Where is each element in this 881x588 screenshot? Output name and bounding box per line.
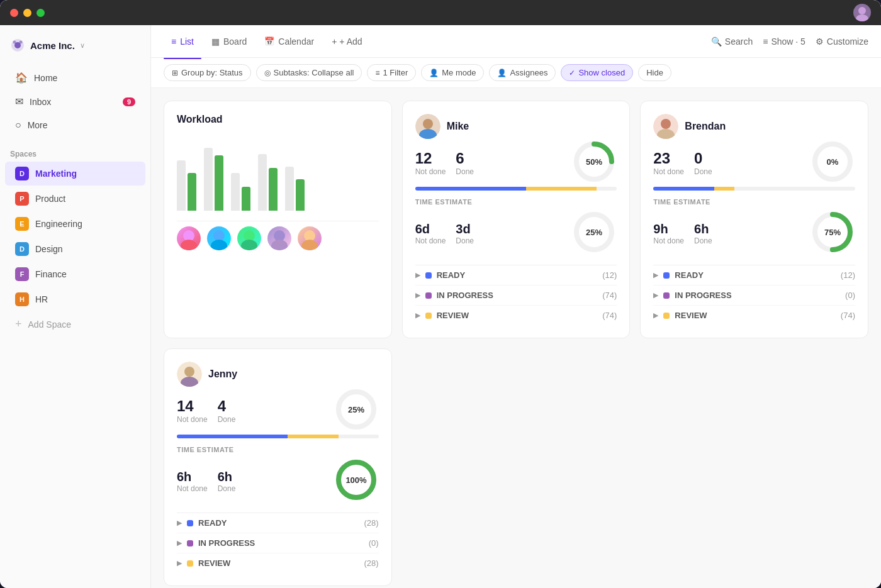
sidebar-item-design[interactable]: D Design bbox=[5, 237, 145, 261]
search-button[interactable]: 🔍 Search bbox=[711, 36, 753, 47]
brendan-name: Brendan bbox=[685, 121, 726, 132]
logo[interactable]: Acme Inc. ∨ bbox=[0, 30, 150, 60]
mike-time-donut: 25% bbox=[571, 209, 617, 257]
filter-label: Me mode bbox=[442, 68, 476, 77]
me-mode-filter[interactable]: 👤 Me mode bbox=[421, 64, 484, 81]
jenny-card: Jenny 14 Not done 4 Done bbox=[164, 348, 392, 586]
hide-filter[interactable]: Hide bbox=[638, 64, 671, 81]
jenny-not-done: 14 Not done bbox=[177, 397, 208, 424]
jenny-time-not-done: 6h Not done bbox=[177, 470, 208, 493]
jenny-donut-svg: 25% bbox=[334, 387, 379, 432]
mike-status-review[interactable]: ▶ REVIEW (74) bbox=[415, 306, 617, 325]
show-button[interactable]: ≡ Show · 5 bbox=[763, 36, 805, 47]
board-tab-icon: ▦ bbox=[211, 36, 220, 47]
jenny-time-done: 6h Done bbox=[218, 470, 236, 493]
traffic-lights bbox=[10, 9, 45, 17]
add-icon: + bbox=[332, 36, 337, 47]
filter-bar: ⊞ Group by: Status ◎ Subtasks: Collapse … bbox=[151, 58, 881, 88]
brendan-time-done-val: 6h bbox=[694, 222, 712, 236]
logo-text: Acme Inc. bbox=[30, 40, 75, 51]
fullscreen-button[interactable] bbox=[36, 9, 45, 17]
subtasks-filter[interactable]: ◎ Subtasks: Collapse all bbox=[256, 64, 362, 81]
jenny-not-done-value: 14 bbox=[177, 397, 208, 415]
mike-done-label: Done bbox=[456, 167, 474, 176]
jenny-status-ready[interactable]: ▶ READY (28) bbox=[177, 513, 379, 533]
in-progress-count: (0) bbox=[845, 291, 855, 300]
sidebar-item-product[interactable]: P Product bbox=[5, 187, 145, 211]
svg-point-17 bbox=[423, 119, 433, 129]
brendan-time-done: 6h Done bbox=[694, 222, 712, 245]
jenny-avatar bbox=[177, 362, 202, 387]
avatar-4 bbox=[267, 226, 291, 250]
bar-group-4 bbox=[258, 154, 278, 211]
avatar-row bbox=[177, 221, 379, 250]
svg-text:100%: 100% bbox=[345, 475, 367, 485]
review-chevron-icon: ▶ bbox=[415, 311, 420, 319]
jenny-status-in-progress[interactable]: ▶ IN PROGRESS (0) bbox=[177, 533, 379, 553]
brendan-status-in-progress[interactable]: ▶ IN PROGRESS (0) bbox=[653, 286, 855, 306]
list-tab-icon: ≡ bbox=[171, 36, 176, 47]
tab-calendar[interactable]: 📅 Calendar bbox=[257, 33, 322, 50]
mike-pb-blue bbox=[415, 187, 526, 191]
assignees-icon: 👤 bbox=[497, 69, 507, 77]
user-avatar[interactable] bbox=[853, 4, 871, 21]
mike-time-done-lbl: Done bbox=[456, 236, 474, 245]
sidebar-item-marketing[interactable]: D Marketing bbox=[5, 162, 145, 186]
brendan-done-label: Done bbox=[694, 167, 712, 176]
assignees-filter[interactable]: 👤 Assignees bbox=[489, 64, 556, 81]
brendan-donut: 0% bbox=[810, 139, 855, 187]
brendan-stats: 23 Not done 0 Done 0% bbox=[653, 139, 855, 187]
sidebar-item-inbox[interactable]: ✉ Inbox 9 bbox=[5, 90, 145, 113]
ready-count: (12) bbox=[602, 270, 617, 280]
review-chevron-icon: ▶ bbox=[653, 311, 658, 319]
brendan-time-donut: 75% bbox=[810, 209, 855, 257]
bar-gray bbox=[231, 173, 240, 211]
app-body: Acme Inc. ∨ 🏠 Home ✉ Inbox 9 ○ More Sp bbox=[0, 25, 881, 588]
add-label: + Add bbox=[339, 36, 362, 47]
tab-label: List bbox=[180, 36, 194, 47]
workload-card: Workload bbox=[164, 101, 392, 338]
svg-text:50%: 50% bbox=[586, 157, 602, 167]
jenny-pb-blue bbox=[177, 435, 288, 438]
review-count: (74) bbox=[841, 311, 855, 320]
brendan-status-review[interactable]: ▶ REVIEW (74) bbox=[653, 306, 855, 325]
filter-button[interactable]: ≡ 1 Filter bbox=[367, 64, 416, 81]
sidebar-item-finance[interactable]: F Finance bbox=[5, 262, 145, 286]
mike-status-in-progress[interactable]: ▶ IN PROGRESS (74) bbox=[415, 286, 617, 306]
brendan-done: 0 Done bbox=[694, 150, 712, 176]
add-button[interactable]: + + Add bbox=[324, 33, 369, 50]
mike-status-ready[interactable]: ▶ READY (12) bbox=[415, 265, 617, 286]
customize-button[interactable]: ⚙ Customize bbox=[816, 36, 868, 47]
tab-list[interactable]: ≡ List bbox=[164, 33, 201, 50]
brendan-status-ready[interactable]: ▶ READY (12) bbox=[653, 265, 855, 286]
jenny-status-review[interactable]: ▶ REVIEW (28) bbox=[177, 553, 379, 573]
minimize-button[interactable] bbox=[23, 9, 31, 17]
sidebar-item-more[interactable]: ○ More bbox=[5, 114, 145, 136]
in-progress-label: IN PROGRESS bbox=[675, 291, 840, 300]
top-nav-right: 🔍 Search ≡ Show · 5 ⚙ Customize bbox=[711, 36, 868, 47]
jenny-name: Jenny bbox=[208, 369, 237, 380]
group-by-filter[interactable]: ⊞ Group by: Status bbox=[164, 64, 251, 81]
review-label: REVIEW bbox=[198, 558, 359, 568]
jenny-done-value: 4 bbox=[218, 397, 236, 415]
close-button[interactable] bbox=[10, 9, 18, 17]
tab-board[interactable]: ▦ Board bbox=[204, 33, 254, 50]
sidebar-item-home[interactable]: 🏠 Home bbox=[5, 66, 145, 89]
mike-statuses: ▶ READY (12) ▶ IN PROGRESS (74) bbox=[415, 265, 617, 325]
ready-dot bbox=[425, 272, 432, 279]
more-icon: ○ bbox=[15, 119, 21, 131]
show-closed-filter[interactable]: ✓ Show closed bbox=[561, 64, 633, 81]
in-progress-chevron-icon: ▶ bbox=[415, 291, 420, 299]
review-dot bbox=[425, 313, 432, 319]
sidebar-item-engineering[interactable]: E Engineering bbox=[5, 212, 145, 236]
group-by-icon: ⊞ bbox=[172, 69, 178, 77]
mike-done-value: 6 bbox=[456, 150, 474, 167]
svg-text:75%: 75% bbox=[824, 228, 841, 237]
brendan-progress-bar bbox=[653, 187, 855, 191]
space-label: HR bbox=[35, 294, 48, 304]
bar-green bbox=[188, 173, 196, 211]
sidebar-item-hr[interactable]: H HR bbox=[5, 287, 145, 311]
svg-point-9 bbox=[211, 240, 227, 250]
bar-chart bbox=[177, 135, 379, 211]
add-space-button[interactable]: + Add Space bbox=[5, 313, 145, 336]
